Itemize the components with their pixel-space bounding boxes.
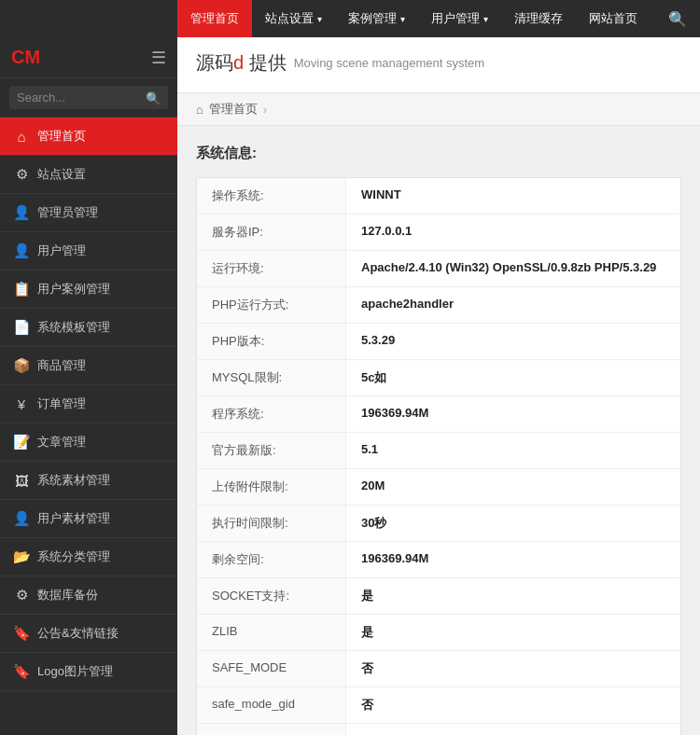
- sidebar-item-articles[interactable]: 📝 文章管理: [0, 423, 177, 462]
- sidebar-item-user-media[interactable]: 👤 用户素材管理: [0, 500, 177, 538]
- sidebar-item-user-mgmt[interactable]: 👤 用户管理: [0, 232, 177, 270]
- hamburger-icon[interactable]: ☰: [151, 48, 166, 68]
- info-value: WINNT: [346, 178, 680, 214]
- sidebar-search-container: 🔍: [0, 78, 177, 118]
- folder-icon: 📂: [13, 548, 30, 565]
- user-icon: 👤: [13, 204, 30, 221]
- info-value: 5.3.29: [346, 324, 680, 359]
- page-title: 源码d 提供: [196, 50, 287, 76]
- info-label: MYSQL限制:: [197, 360, 346, 395]
- table-row: 程序系统: 196369.94M: [197, 396, 680, 433]
- user-icon: 👤: [13, 243, 30, 259]
- chevron-down-icon: ▾: [317, 14, 322, 24]
- info-label: 执行时间限制:: [197, 506, 346, 541]
- chevron-down-icon: ▾: [483, 14, 488, 24]
- content-area: 系统信息: 操作系统: WINNT 服务器IP: 127.0.0.1 运行环境:…: [177, 126, 700, 735]
- info-value: 是: [346, 615, 680, 650]
- top-search-icon[interactable]: 🔍: [655, 10, 700, 28]
- nav-item-admin-home[interactable]: 管理首页: [177, 0, 252, 37]
- search-input[interactable]: [9, 86, 168, 109]
- info-value: 是: [346, 578, 680, 614]
- info-value: 5c如: [346, 360, 680, 395]
- info-value: 20M: [346, 469, 680, 505]
- info-value: 196369.94M: [346, 542, 680, 577]
- info-label: 剩余空间:: [197, 542, 346, 577]
- nav-item-website-home[interactable]: 网站首页: [576, 0, 651, 37]
- sidebar-item-db-backup[interactable]: ⚙ 数据库备份: [0, 576, 177, 615]
- table-row: 执行时间限制: 30秒: [197, 506, 680, 542]
- info-label: 操作系统:: [197, 178, 346, 214]
- info-label: 服务器IP:: [197, 215, 346, 250]
- table-row: 官方最新版: 5.1: [197, 433, 680, 469]
- sidebar-item-admin-home[interactable]: ⌂ 管理首页: [0, 118, 177, 156]
- main-content: 源码d 提供 Moving scene management system ⌂ …: [177, 37, 700, 735]
- breadcrumb-separator: ›: [263, 103, 267, 117]
- table-row: MYSQL限制: 5c如: [197, 360, 680, 396]
- table-row: ZLIB 是: [197, 615, 680, 651]
- sidebar-header: CM ☰: [0, 37, 177, 78]
- sidebar-item-products[interactable]: 📦 商品管理: [0, 347, 177, 385]
- table-row: 服务器IP: 127.0.0.1: [197, 215, 680, 251]
- sidebar-logo: CM: [11, 47, 40, 68]
- info-value: 196369.94M: [346, 396, 680, 432]
- info-label: ZLIB: [197, 615, 346, 650]
- nav-item-clear-cache[interactable]: 清理缓存: [501, 0, 576, 37]
- gear-icon: ⚙: [13, 166, 30, 183]
- chevron-down-icon: ▾: [400, 14, 405, 24]
- page-header: 源码d 提供 Moving scene management system: [177, 37, 700, 93]
- table-row: 剩余空间: 196369.94M: [197, 542, 680, 578]
- info-value: Apache/2.4.10 (Win32) OpenSSL/0.9.8zb PH…: [346, 251, 680, 286]
- info-label: 官方最新版:: [197, 433, 346, 468]
- sidebar-item-sys-media[interactable]: 🖼 系统素材管理: [0, 462, 177, 500]
- nav-item-user-mgmt[interactable]: 用户管理 ▾: [418, 0, 501, 37]
- home-icon: ⌂: [13, 129, 30, 145]
- info-value: 否: [346, 651, 680, 686]
- nav-item-site-settings[interactable]: 站点设置 ▾: [252, 0, 335, 37]
- logo-icon: 🔖: [13, 663, 30, 680]
- info-label: 上传附件限制:: [197, 469, 346, 505]
- info-value: 127.0.0.1: [346, 215, 680, 250]
- table-row: 上传附件限制: 20M: [197, 469, 680, 506]
- table-row: PHP版本: 5.3.29: [197, 324, 680, 360]
- table-row: PHP运行方式: apache2handler: [197, 287, 680, 324]
- breadcrumb: ⌂ 管理首页 ›: [177, 93, 700, 126]
- money-icon: ¥: [13, 396, 30, 412]
- info-label: 运行环境:: [197, 251, 346, 286]
- sidebar-item-user-cases[interactable]: 📋 用户案例管理: [0, 270, 177, 309]
- user-media-icon: 👤: [13, 510, 30, 527]
- table-row: 操作系统: WINNT: [197, 178, 680, 215]
- info-value: 30秒: [346, 506, 680, 541]
- sidebar-item-orders[interactable]: ¥ 订单管理: [0, 385, 177, 423]
- info-label: 程序系统:: [197, 396, 346, 432]
- section-title: 系统信息:: [196, 145, 681, 162]
- sidebar-item-logo[interactable]: 🔖 Logo图片管理: [0, 653, 177, 691]
- nav-item-case-mgmt[interactable]: 案例管理 ▾: [335, 0, 418, 37]
- info-label: PHP上传附件限制: [197, 724, 346, 735]
- bookmark-icon: 🔖: [13, 625, 30, 642]
- table-row: 运行环境: Apache/2.4.10 (Win32) OpenSSL/0.9.…: [197, 251, 680, 287]
- sidebar-item-templates[interactable]: 📄 系统模板管理: [0, 309, 177, 347]
- sidebar-item-admin-mgmt[interactable]: 👤 管理员管理: [0, 194, 177, 232]
- article-icon: 📝: [13, 434, 30, 451]
- sidebar-item-announcements[interactable]: 🔖 公告&友情链接: [0, 615, 177, 653]
- table-row: PHP上传附件限制 20M: [197, 724, 680, 735]
- database-icon: ⚙: [13, 587, 30, 603]
- sidebar-item-site-settings[interactable]: ⚙ 站点设置: [0, 156, 177, 194]
- table-row: safe_mode_gid 否: [197, 687, 680, 724]
- table-row: SAFE_MODE 否: [197, 651, 680, 687]
- info-label: SOCKET支持:: [197, 578, 346, 614]
- sidebar-item-categories[interactable]: 📂 系统分类管理: [0, 538, 177, 576]
- breadcrumb-home[interactable]: 管理首页: [209, 101, 258, 118]
- info-value: 否: [346, 687, 680, 723]
- info-label: SAFE_MODE: [197, 651, 346, 686]
- page-subtitle: Moving scene management system: [294, 56, 484, 70]
- info-label: PHP版本:: [197, 324, 346, 359]
- home-icon: ⌂: [196, 103, 203, 117]
- package-icon: 📦: [13, 357, 30, 374]
- info-label: safe_mode_gid: [197, 687, 346, 723]
- info-label: PHP运行方式:: [197, 287, 346, 323]
- system-info-table: 操作系统: WINNT 服务器IP: 127.0.0.1 运行环境: Apach…: [196, 177, 681, 735]
- sidebar: CM ☰ 🔍 ⌂ 管理首页 ⚙ 站点设置 👤 管理员管理 👤 用户管理 📋 用户…: [0, 37, 177, 735]
- info-value: apache2handler: [346, 287, 680, 323]
- image-icon: 🖼: [13, 473, 30, 489]
